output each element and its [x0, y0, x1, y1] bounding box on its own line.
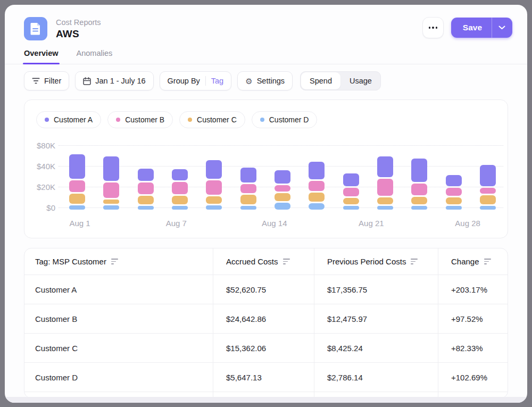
cost-table-card: Tag: MSP CustomerAccrued CostsPrevious P… — [24, 248, 508, 398]
report-icon — [24, 17, 47, 40]
bar-segment-customer-d — [206, 205, 222, 210]
bar-segment-customer-b — [411, 184, 427, 195]
table-cell: $52,620.75 — [213, 275, 314, 304]
column-header-accrued-costs[interactable]: Accrued Costs — [213, 248, 314, 275]
stacked-bar-8[interactable] — [309, 162, 325, 210]
bar-segment-customer-c — [69, 194, 85, 204]
stacked-bar-5[interactable] — [206, 160, 222, 210]
bar-segment-customer-d — [69, 205, 85, 210]
bar-segment-customer-c — [172, 196, 188, 204]
stacked-bar-11[interactable] — [411, 159, 427, 210]
save-dropdown-button[interactable] — [492, 18, 512, 38]
column-header-change[interactable]: Change — [438, 248, 508, 275]
table-cell: Customer A — [24, 275, 213, 304]
bar-segment-customer-c — [103, 200, 119, 204]
table-cell: $17,356.75 — [314, 275, 438, 304]
filter-button[interactable]: Filter — [24, 71, 69, 90]
page-background-strip — [5, 397, 527, 403]
legend-label: Customer A — [54, 115, 93, 124]
bar-segment-customer-b — [103, 182, 119, 198]
table-row-customer-c[interactable]: Customer C$15,362.06$8,425.24+82.33% — [24, 333, 508, 362]
stacked-bar-1[interactable] — [69, 154, 85, 210]
table-row-customer-d[interactable]: Customer D$5,647.13$2,786.14+102.69% — [24, 362, 508, 392]
stacked-bar-3[interactable] — [138, 169, 154, 210]
bar-segment-customer-a — [480, 165, 496, 186]
bar-segment-customer-c — [377, 197, 393, 204]
segment-usage[interactable]: Usage — [341, 72, 380, 90]
legend-dot-icon — [188, 118, 192, 122]
table-cell: +102.69% — [438, 363, 508, 392]
table-row-customer-a[interactable]: Customer A$52,620.75$17,356.75+203.17% — [24, 275, 508, 304]
bar-segment-customer-c — [240, 195, 256, 204]
stacked-bar-7[interactable] — [275, 170, 290, 210]
stacked-bar-4[interactable] — [172, 169, 188, 210]
settings-label: Settings — [257, 77, 285, 85]
y-tick-label: $40K — [37, 162, 55, 171]
tab-anomalies[interactable]: Anomalies — [77, 49, 113, 64]
bar-segment-customer-d — [377, 206, 393, 210]
x-tick-label: Aug 7 — [166, 219, 187, 228]
bar-segment-customer-a — [411, 159, 427, 182]
bar-segment-customer-c — [309, 193, 325, 202]
legend-dot-icon — [260, 118, 264, 122]
legend-customer-b[interactable]: Customer B — [107, 111, 173, 128]
stacked-bar-6[interactable] — [240, 168, 256, 210]
bar-segment-customer-b — [275, 185, 290, 192]
page-title: AWS — [56, 28, 101, 40]
bar-segment-customer-d — [138, 206, 154, 210]
date-range-label: Jan 1 - July 16 — [95, 77, 145, 85]
bar-segment-customer-b — [206, 180, 222, 195]
stacked-bar-2[interactable] — [103, 156, 119, 210]
settings-button[interactable]: ⚙ Settings — [237, 71, 293, 90]
document-icon — [30, 22, 41, 35]
bar-segment-customer-c — [275, 193, 290, 201]
stacked-bar-9[interactable] — [343, 173, 359, 210]
x-tick-label: Aug 1 — [69, 219, 90, 228]
report-titles: Cost Reports AWS — [56, 18, 101, 40]
save-split-button: Save — [451, 18, 512, 38]
date-range-button[interactable]: Jan 1 - July 16 — [75, 71, 153, 90]
column-header-previous-period-costs[interactable]: Previous Period Costs — [314, 248, 438, 275]
group-by-button[interactable]: Group By Tag — [160, 71, 232, 90]
bar-segment-customer-a — [69, 154, 85, 179]
bar-segment-customer-d — [411, 206, 427, 210]
table-cell: +203.17% — [438, 275, 508, 304]
y-tick-label: $0 — [46, 203, 55, 212]
table-body: Customer A$52,620.75$17,356.75+203.17%Cu… — [24, 275, 508, 398]
tab-bar: OverviewAnomalies — [5, 40, 527, 64]
x-tick-label: Aug 28 — [455, 219, 480, 228]
bar-segment-customer-d — [309, 203, 325, 210]
legend-customer-c[interactable]: Customer C — [179, 111, 245, 128]
column-header-tag-msp-customer[interactable]: Tag: MSP Customer — [24, 248, 213, 275]
bar-segment-customer-b — [377, 179, 393, 196]
table-cell: +97.52% — [438, 304, 508, 333]
stacked-bar-13[interactable] — [480, 165, 496, 210]
table-header-row: Tag: MSP CustomerAccrued CostsPrevious P… — [24, 248, 508, 275]
legend-label: Customer B — [125, 115, 164, 124]
stacked-bar-12[interactable] — [446, 175, 462, 210]
table-cell: $2,786.14 — [314, 363, 438, 392]
ellipsis-icon — [429, 27, 438, 29]
bar-segment-customer-a — [138, 169, 154, 181]
segment-spend[interactable]: Spend — [301, 72, 340, 89]
group-by-label: Group By — [168, 77, 200, 85]
bar-segment-customer-a — [343, 173, 359, 186]
bar-segment-customer-b — [172, 182, 188, 194]
filter-icon — [32, 78, 40, 84]
legend-customer-a[interactable]: Customer A — [36, 111, 101, 128]
more-options-button[interactable] — [422, 17, 444, 38]
chart-plot — [59, 135, 503, 212]
table-row-customer-b[interactable]: Customer B$24,642.86$12,475.97+97.52% — [24, 304, 508, 333]
tab-overview[interactable]: Overview — [24, 49, 59, 64]
chevron-down-icon — [498, 26, 505, 30]
stacked-bar-10[interactable] — [377, 156, 393, 210]
legend-customer-d[interactable]: Customer D — [252, 111, 318, 128]
bar-segment-customer-d — [172, 206, 188, 210]
bar-segment-customer-b — [480, 188, 496, 194]
toolbar: Filter Jan 1 - July 16 Group By Tag ⚙ Se… — [5, 64, 527, 97]
table-cell: Customer C — [24, 334, 213, 362]
save-button[interactable]: Save — [451, 18, 492, 38]
y-tick-label: $20K — [37, 182, 55, 192]
x-tick-label: Aug 21 — [359, 219, 384, 228]
bar-segment-customer-c — [480, 195, 496, 204]
